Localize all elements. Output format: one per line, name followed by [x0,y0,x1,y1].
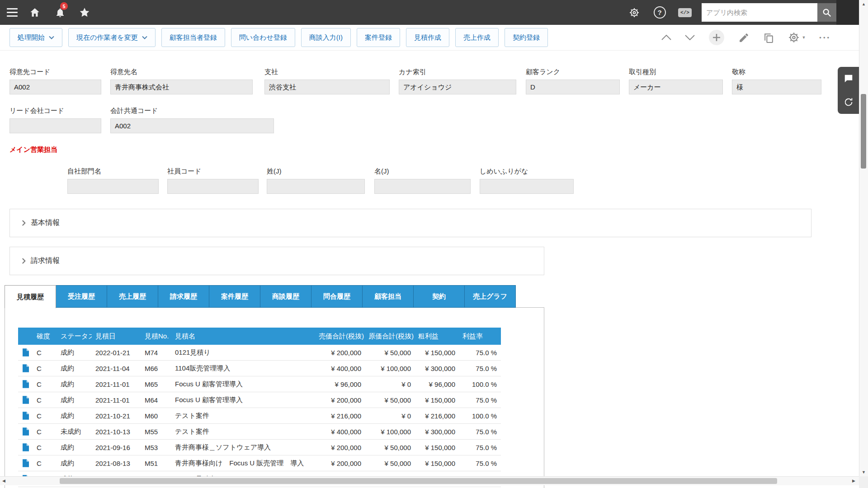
code-icon[interactable]: </> [676,0,693,25]
tab-inquiry-history[interactable]: 問合履歴 [311,285,363,308]
scroll-left-arrow[interactable]: ◀ [2,479,5,483]
cell-rate: 75.0 % [459,444,500,451]
app-search-input[interactable] [702,3,817,22]
change-worker-button[interactable]: 現在の作業者を変更 [68,28,156,47]
section-billing-info[interactable]: 請求情報 [9,247,544,275]
table-row[interactable]: C 成約 2022-01-21 M74 0121見積り ¥ 200,000 ¥ … [18,345,501,361]
document-icon[interactable] [18,396,33,404]
tab-contract[interactable]: 契約 [413,285,465,308]
section-basic-info[interactable]: 基本情報 [9,209,811,237]
chevron-up-icon[interactable] [661,35,671,40]
tab-case-history[interactable]: 案件履歴 [209,285,260,308]
field-last-name: 姓(J) [267,167,365,194]
field-input[interactable]: A002 [110,118,274,133]
field-input[interactable] [374,179,471,194]
create-sales-button[interactable]: 売上作成 [455,28,499,47]
chevron-right-icon [22,220,26,226]
more-options-icon[interactable]: ••• [819,34,831,41]
document-icon[interactable] [18,427,33,436]
section-label: 請求情報 [31,256,60,266]
field-employee-code: 社員コード [167,167,259,194]
vertical-scrollbar[interactable]: ▲ ▼ [859,0,868,476]
field-input[interactable]: A002 [9,80,101,94]
field-label: リード会社コード [9,107,101,115]
field-input[interactable] [67,179,159,194]
side-utility-panel [838,67,859,114]
cell-sale: ¥ 400,000 [315,365,365,372]
register-inquiry-button[interactable]: 問い合わせ登録 [231,28,295,47]
cell-date: 2021-08-13 [92,460,141,467]
header-kakudo: 確度 [33,332,57,341]
tab-customer-contact[interactable]: 顧客担当 [362,285,414,308]
field-input[interactable]: 様 [732,80,821,94]
document-icon[interactable] [18,364,33,372]
process-start-button[interactable]: 処理開始 [9,28,62,47]
cell-status: 成約 [57,380,92,389]
create-estimate-button[interactable]: 見積作成 [406,28,449,47]
settings-gear-icon[interactable]: ▼ [788,32,806,43]
tab-estimate-history[interactable]: 見積履歴 [5,285,56,308]
chevron-down-icon [142,36,147,39]
document-icon[interactable] [18,459,33,467]
field-label: 自社部門名 [67,167,159,176]
table-row[interactable]: C 成約 2021-11-01 M64 Focus U 顧客管理導入 ¥ 200… [18,392,501,408]
register-contract-button[interactable]: 契約登録 [505,28,548,47]
edit-pencil-icon[interactable] [738,32,750,43]
home-icon[interactable] [28,0,42,25]
refresh-history-icon[interactable] [844,97,854,107]
document-icon[interactable] [18,348,33,357]
search-button[interactable] [817,3,836,22]
cell-no: M53 [141,444,171,451]
field-input[interactable] [9,118,101,133]
copy-icon[interactable] [763,32,774,43]
help-icon[interactable]: ? [653,0,666,25]
table-row[interactable]: C 成約 2021-11-04 M66 1104販売管理導入 ¥ 400,000… [18,361,501,376]
field-transaction-type: 取引種別 メーカー [629,68,723,94]
document-icon[interactable] [18,380,33,388]
table-row[interactable]: C 成約 2021-11-01 M65 Focus U 顧客管理導入 ¥ 96,… [18,376,501,392]
register-case-button[interactable]: 案件登録 [357,28,400,47]
top-bar: 5 ? </> [0,0,859,25]
tab-invoice-history[interactable]: 請求履歴 [158,285,209,308]
field-input[interactable]: アオイショウジ [399,80,516,94]
cell-no: M64 [141,396,171,404]
field-input[interactable]: 渋谷支社 [264,80,390,94]
document-icon[interactable] [18,443,33,451]
cell-kakudo: C [33,380,57,388]
cell-kakudo: C [33,444,57,451]
document-icon[interactable] [18,412,33,420]
input-deal-button[interactable]: 商談入力(I) [301,28,351,47]
tab-deal-history[interactable]: 商談履歴 [260,285,311,308]
scroll-up-arrow[interactable]: ▲ [859,2,868,6]
table-row[interactable]: C 成約 2021-09-16 M53 青井商事様＿ソフトウェア導入 ¥ 200… [18,440,501,455]
field-input[interactable] [167,179,259,194]
cell-sale: ¥ 400,000 [315,428,365,436]
horizontal-scrollbar[interactable]: ◀ ▶ [0,476,859,485]
field-input[interactable]: メーカー [629,80,723,94]
field-input[interactable]: D [526,80,620,94]
table-row[interactable]: C 成約 2021-10-21 M60 テスト案件 ¥ 216,000 ¥ 0 … [18,408,501,424]
tab-sales-history[interactable]: 売上履歴 [107,285,158,308]
hamburger-menu-icon[interactable] [5,0,19,25]
tab-order-history[interactable]: 受注履歴 [56,285,107,308]
horizontal-scroll-thumb[interactable] [60,478,777,484]
favorite-star-icon[interactable] [78,0,91,25]
cell-sale: ¥ 96,000 [315,380,365,388]
table-row[interactable]: C 成約 2021-08-13 M51 青井商事様向け Focus U 販売管理… [18,455,501,471]
table-row[interactable]: C 未成約 2021-10-13 M55 テスト案件 ¥ 400,000 ¥ 1… [18,424,501,440]
cell-gross: ¥ 300,000 [415,428,459,436]
tab-sales-graph[interactable]: 売上グラフ [464,285,516,308]
field-input[interactable] [267,179,365,194]
vertical-scroll-thumb[interactable] [861,94,866,169]
section-label: 基本情報 [31,218,60,228]
register-customer-contact-button[interactable]: 顧客担当者登録 [161,28,225,47]
field-input[interactable]: 青井商事株式会社 [110,80,253,94]
chevron-down-icon[interactable] [685,35,695,40]
scroll-right-arrow[interactable]: ▶ [852,479,855,483]
field-honorific: 敬称 様 [732,68,821,94]
scroll-down-arrow[interactable]: ▼ [859,470,868,474]
field-input[interactable] [480,179,574,194]
add-record-button[interactable] [708,29,725,46]
comment-bubble-icon[interactable] [844,74,854,84]
settings-gear-icon[interactable] [627,0,641,25]
